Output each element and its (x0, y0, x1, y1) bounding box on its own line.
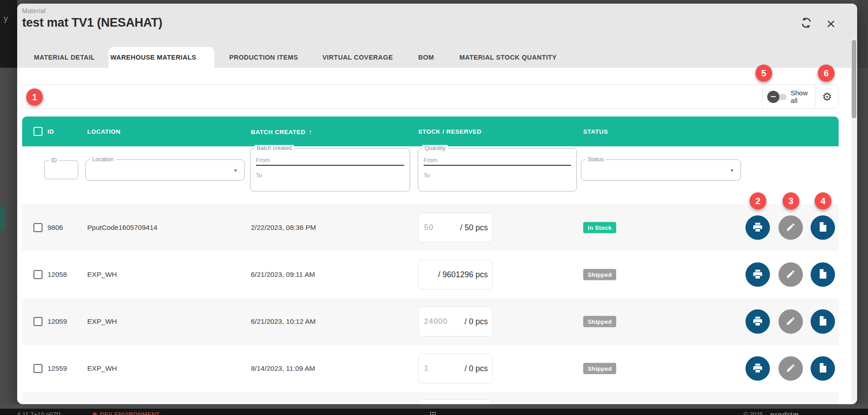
file-icon (817, 362, 829, 375)
environment-dot-icon (93, 412, 97, 415)
annotation-badge-1: 1 (26, 89, 43, 106)
annotation-badge-5: 5 (755, 65, 772, 82)
tab-virtual-coverage[interactable]: VIRTUAL COVERAGE (322, 54, 393, 61)
refresh-button[interactable] (797, 14, 815, 33)
search-area[interactable] (23, 85, 762, 108)
batch-created-from-input[interactable] (256, 155, 404, 166)
quantity-from-input[interactable] (424, 155, 571, 166)
column-header-location: LOCATION (87, 128, 121, 135)
edit-button[interactable] (778, 215, 803, 240)
document-button[interactable] (811, 215, 835, 240)
cell-location: EXP_WH (87, 317, 117, 326)
id-filter-input[interactable] (47, 163, 76, 177)
sort-asc-icon: ↑ (309, 128, 312, 135)
stock-total-label: / 9601296 pcs (438, 270, 488, 280)
table-row-partial (22, 392, 839, 404)
tab-bom[interactable]: BOM (418, 54, 434, 61)
printer-icon (752, 362, 764, 375)
chevron-down-icon: ▼ (233, 168, 238, 173)
tab-production-items[interactable]: PRODUCTION ITEMS (229, 54, 298, 61)
batch-created-to-input[interactable] (256, 170, 404, 181)
close-button[interactable]: × (822, 14, 840, 33)
edit-button[interactable] (778, 262, 803, 287)
edit-button[interactable] (778, 356, 803, 381)
print-button[interactable] (745, 356, 770, 381)
location-filter-select[interactable]: Location ▼ (85, 159, 245, 181)
modal-eyebrow: Material (22, 7, 46, 14)
file-icon (817, 268, 829, 281)
table-row: 12058 EXP_WH 6/21/2023, 09:11 AM / 96012… (22, 251, 839, 298)
row-checkbox[interactable] (33, 317, 42, 326)
document-button[interactable] (811, 356, 835, 381)
app-grid-icon[interactable] (429, 411, 436, 415)
print-button[interactable] (745, 262, 770, 287)
status-badge: Shipped (583, 363, 616, 374)
table-toolbar: Show all ⚙ (22, 84, 839, 109)
tab-material-stock-quantity[interactable]: MATERIAL STOCK QUANTITY (459, 54, 557, 61)
page-title: test mat TV1 (NESAHAT) (22, 16, 162, 30)
stock-reserved-box: / 0 pcs (418, 354, 493, 383)
app-version: 4.11.7+10.p07f1 (17, 411, 61, 415)
sidebar-glyph: y (4, 14, 8, 23)
brand-logo: prodrtm (770, 410, 799, 415)
cell-batch-created: 6/21/2023, 10:12 AM (251, 317, 316, 326)
toggle-knob-minus-icon (767, 91, 779, 103)
show-all-toggle[interactable] (767, 91, 787, 103)
batch-created-filter-group: Batch created (250, 148, 410, 191)
stock-total-label: / 0 pcs (464, 317, 488, 326)
document-button[interactable] (811, 309, 835, 334)
column-header-batch-created[interactable]: BATCH CREATED↑ (251, 128, 312, 135)
modal-header: Material test mat TV1 (NESAHAT) × MATERI… (17, 4, 857, 68)
batch-created-filter-label: Batch created (255, 145, 294, 151)
select-all-checkbox[interactable] (33, 127, 42, 136)
cell-location: EXP_WH (87, 270, 117, 279)
stock-quantity-input[interactable] (424, 317, 450, 326)
stock-quantity-input[interactable] (424, 223, 450, 232)
stock-reserved-box (418, 399, 493, 404)
sidebar-sliver: y (0, 0, 17, 68)
status-badge: Shipped (583, 269, 616, 280)
table-row: 12059 EXP_WH 6/21/2023, 10:12 AM / 0 pcs… (22, 298, 839, 345)
pencil-icon (786, 269, 796, 280)
annotation-badge-4: 4 (815, 192, 831, 210)
tab-material-detail[interactable]: MATERIAL DETAIL (34, 54, 95, 61)
show-all-label: Show all (791, 89, 815, 104)
status-badge: Shipped (583, 316, 616, 327)
id-filter-field[interactable]: ID (44, 160, 78, 179)
printer-icon (752, 315, 764, 328)
document-button[interactable] (811, 262, 835, 287)
print-button[interactable] (745, 215, 770, 240)
status-filter-select[interactable]: Status ▼ (581, 159, 741, 181)
file-icon (817, 221, 829, 234)
print-button[interactable] (745, 309, 770, 334)
edit-button[interactable] (778, 309, 803, 334)
cell-id: 9806 (47, 224, 63, 232)
annotation-badge-6: 6 (818, 65, 835, 82)
file-icon (817, 315, 829, 328)
app-footer: 4.11.7+10.p07f1 DEV ENVIRONMENT © 2025 p… (0, 409, 868, 415)
backdrop-topbar-patch (857, 0, 868, 68)
location-filter-label: Location (90, 156, 116, 163)
status-filter-label: Status (585, 156, 606, 163)
cell-id: 12059 (47, 317, 67, 326)
row-checkbox[interactable] (33, 364, 42, 373)
material-modal: Material test mat TV1 (NESAHAT) × MATERI… (17, 4, 857, 404)
cell-id: 12058 (47, 270, 67, 279)
modal-scrollbar-thumb[interactable] (852, 40, 856, 118)
row-checkbox[interactable] (33, 223, 42, 232)
row-checkbox[interactable] (33, 270, 42, 279)
column-header-status: STATUS (583, 128, 608, 135)
quantity-to-input[interactable] (424, 170, 571, 181)
stock-quantity-input[interactable] (424, 364, 450, 373)
annotation-badge-3: 3 (783, 192, 799, 210)
copyright: © 2025 (744, 411, 763, 415)
cell-id: 12559 (47, 364, 67, 373)
cell-batch-created: 2/22/2023, 08:36 PM (251, 224, 316, 232)
cell-location: EXP_WH (87, 364, 117, 373)
stock-total-label: / 50 pcs (460, 223, 488, 233)
pencil-icon (786, 363, 796, 374)
chevron-down-icon: ▼ (730, 168, 734, 173)
settings-button[interactable]: ⚙ (815, 85, 839, 108)
tab-warehouse-materials[interactable]: WAREHOUSE MATERIALS (110, 54, 196, 61)
refresh-icon (800, 17, 812, 30)
